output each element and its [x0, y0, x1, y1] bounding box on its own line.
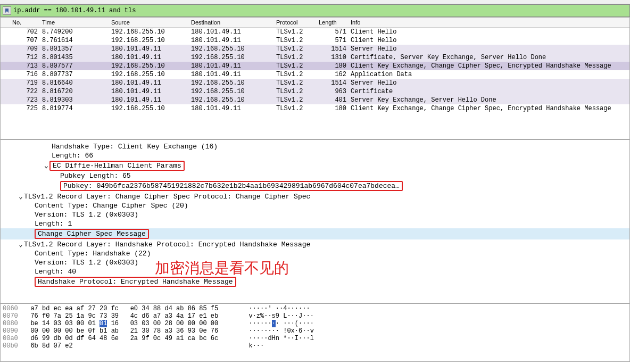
col-length[interactable]: Length: [319, 19, 351, 26]
hex-row[interactable]: 00b0 6b 8d 07 e2k···: [3, 342, 627, 350]
hex-row[interactable]: 0080 be 14 03 03 00 01 01 16 03 03 00 28…: [3, 320, 627, 327]
hex-row[interactable]: 0060 a7 bd ec ea af 27 20 fc e0 34 88 d4…: [3, 305, 627, 312]
chevron-down-icon[interactable]: ⌄: [18, 192, 24, 201]
pubkey: Pubkey: 049b6fca2376b587451921882c7b632e…: [60, 181, 403, 191]
details-pane[interactable]: Handshake Type: Client Key Exchange (16)…: [0, 139, 630, 303]
toolbar: [0, 0, 630, 4]
detail-line[interactable]: Content Type: Handshake (22): [1, 249, 629, 258]
filter-input[interactable]: [13, 7, 627, 14]
hex-row[interactable]: 0070 76 f0 7a 25 1a 9c 73 39 4c d6 a7 a3…: [3, 312, 627, 320]
packet-row[interactable]: 7098.801357180.101.49.11192.168.255.10TL…: [1, 45, 629, 53]
col-source[interactable]: Source: [111, 19, 191, 26]
col-time[interactable]: Time: [42, 19, 111, 26]
col-protocol[interactable]: Protocol: [276, 19, 319, 26]
detail-line[interactable]: Length: 66: [1, 151, 629, 160]
detail-line[interactable]: ⌄TLSv1.2 Record Layer: Handshake Protoco…: [1, 239, 629, 249]
detail-line[interactable]: Version: TLS 1.2 (0x0303): [1, 210, 629, 219]
hex-row[interactable]: 00a0 d6 99 db 0d df 64 48 6e 2a 9f 0c 49…: [3, 335, 627, 342]
packet-row[interactable]: 7128.801435180.101.49.11192.168.255.10TL…: [1, 53, 629, 62]
packet-header: No. Time Source Destination Protocol Len…: [1, 18, 629, 28]
detail-line-selected[interactable]: Change Cipher Spec Message: [1, 228, 629, 239]
detail-line[interactable]: Length: 1: [1, 219, 629, 228]
col-no[interactable]: No.: [10, 19, 42, 26]
hex-pane[interactable]: 0060 a7 bd ec ea af 27 20 fc e0 34 88 d4…: [0, 303, 630, 362]
detail-line[interactable]: Handshake Type: Client Key Exchange (16): [1, 142, 629, 151]
packet-row[interactable]: 7228.816720180.101.49.11192.168.255.10TL…: [1, 87, 629, 96]
packet-row[interactable]: 7198.816640180.101.49.11192.168.255.10TL…: [1, 79, 629, 87]
ec-dh-params: EC Diffie-Hellman Client Params: [49, 161, 185, 171]
detail-line[interactable]: Pubkey Length: 65: [1, 171, 629, 180]
detail-line[interactable]: Version: TLS 1.2 (0x0303): [1, 258, 629, 267]
chevron-down-icon[interactable]: ⌄: [18, 240, 24, 249]
packet-row[interactable]: 7028.749200192.168.255.10180.101.49.11TL…: [1, 28, 629, 36]
detail-line[interactable]: Pubkey: 049b6fca2376b587451921882c7b632e…: [1, 180, 629, 192]
detail-line[interactable]: Handshake Protocol: Encrypted Handshake …: [1, 276, 629, 287]
col-info[interactable]: Info: [351, 19, 629, 26]
filter-bar: [0, 4, 630, 17]
packet-row[interactable]: 7138.807577192.168.255.10180.101.49.11TL…: [1, 62, 629, 70]
chevron-down-icon[interactable]: ⌄: [43, 161, 49, 170]
packet-list[interactable]: No. Time Source Destination Protocol Len…: [0, 17, 630, 139]
change-cipher-spec-msg: Change Cipher Spec Message: [35, 229, 149, 239]
annotation-text: 加密消息是看不见的: [155, 258, 289, 278]
detail-line[interactable]: Content Type: Change Cipher Spec (20): [1, 201, 629, 210]
packet-row[interactable]: 7258.819774192.168.255.10180.101.49.11TL…: [1, 104, 629, 113]
detail-line[interactable]: ⌄EC Diffie-Hellman Client Params: [1, 160, 629, 171]
col-destination[interactable]: Destination: [191, 19, 276, 26]
bookmark-icon[interactable]: [3, 6, 11, 15]
detail-line[interactable]: Length: 40: [1, 267, 629, 276]
packet-row[interactable]: 7168.807737192.168.255.10180.101.49.11TL…: [1, 70, 629, 79]
packet-row[interactable]: 7078.761614192.168.255.10180.101.49.11TL…: [1, 36, 629, 45]
hex-row[interactable]: 0090 00 00 00 00 be 0f b1 ab 21 30 78 a3…: [3, 327, 627, 335]
detail-line[interactable]: ⌄TLSv1.2 Record Layer: Change Cipher Spe…: [1, 192, 629, 201]
packet-row[interactable]: 7238.819303180.101.49.11192.168.255.10TL…: [1, 96, 629, 104]
